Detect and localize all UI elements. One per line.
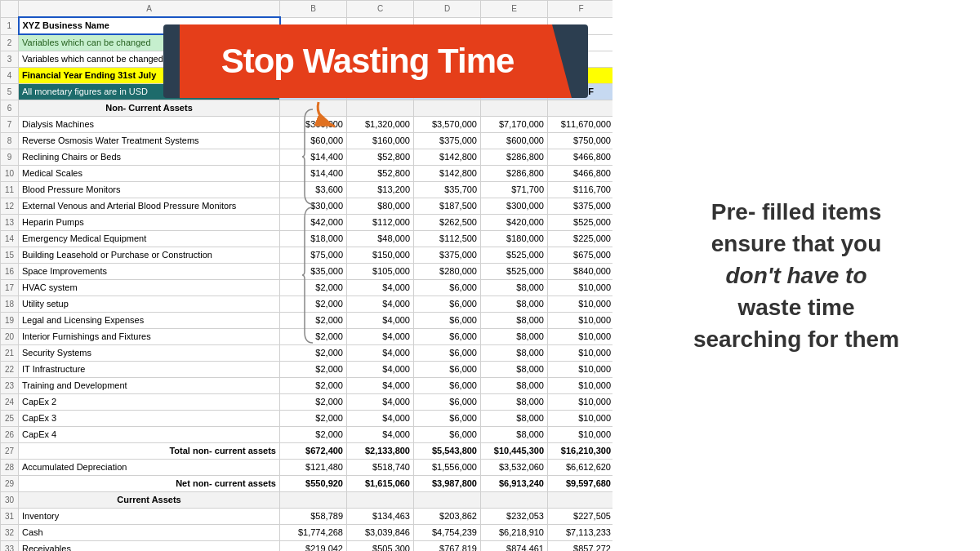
cell-value: $4,754,239 [414,525,481,541]
table-row: 28Accumulated Depreciation$121,480$518,7… [1,460,613,476]
row-number: 7 [1,117,19,133]
cell-value: $6,000 [414,280,481,296]
table-row: 4Financial Year Ending 31st July [1,68,613,84]
cell-value [548,17,613,34]
cell-value [347,492,414,509]
cell-label: Emergency Medical Equipment [19,231,280,247]
cell-value: $3,532,060 [481,460,548,476]
cell-value: $8,000 [481,296,548,313]
cell-value [481,17,548,34]
cell-value: $2,000 [280,345,347,362]
cell-value: $4,000 [347,329,414,345]
table-row: 10Medical Scales$14,400$52,800$142,800$2… [1,166,613,182]
cell-value: $180,000 [481,231,548,247]
cell-value: $6,000 [414,427,481,443]
cell-value: $3,039,846 [347,525,414,541]
row-number: 27 [1,443,19,460]
cell-value: $10,000 [548,329,613,345]
cell-value: $52,800 [347,166,414,182]
cell-value [347,34,414,51]
table-row: 18Utility setup$2,000$4,000$6,000$8,000$… [1,296,613,313]
row-number: 31 [1,509,19,525]
cell-value: 2026F [414,84,481,100]
row-number: 28 [1,460,19,476]
cell-value: $6,000 [414,411,481,427]
table-row: 19Legal and Licensing Expenses$2,000$4,0… [1,313,613,329]
cell-value [481,51,548,68]
table-row: 16Space Improvements$35,000$105,000$280,… [1,264,613,280]
cell-label: Reverse Osmosis Water Treatment Systems [19,133,280,149]
table-row: 2Variables which can be changed [1,34,613,51]
cell-value [280,34,347,51]
cell-value [481,100,548,117]
cell-label: Variables which can be changed [19,34,280,51]
cell-value [414,100,481,117]
cell-value [414,68,481,84]
cell-label: Non- Current Assets [19,100,280,117]
cell-value: 2027F [481,84,548,100]
cell-value: $4,000 [347,296,414,313]
table-row: 7Dialysis Machines$360,000$1,320,000$3,5… [1,117,613,133]
cell-value: $4,000 [347,345,414,362]
cell-value: $8,000 [481,313,548,329]
cell-value: $262,500 [414,215,481,231]
cell-value: $18,000 [280,231,347,247]
cell-value: $3,570,000 [414,117,481,133]
cell-value: $8,000 [481,394,548,411]
cell-value: $232,053 [481,509,548,525]
cell-value [347,68,414,84]
cell-value: $6,000 [414,296,481,313]
cell-value: $3,600 [280,182,347,198]
row-number: 24 [1,394,19,411]
cell-value: $112,500 [414,231,481,247]
cell-value: $35,000 [280,264,347,280]
cell-value: $4,000 [347,280,414,296]
row-number: 9 [1,149,19,166]
cell-value: $14,400 [280,166,347,182]
cell-value: $518,740 [347,460,414,476]
cell-value: $7,170,000 [481,117,548,133]
table-row: 9Reclining Chairs or Beds$14,400$52,800$… [1,149,613,166]
col-e-header: E [481,1,548,18]
col-c-header: C [347,1,414,18]
col-b-header: B [280,1,347,18]
row-number: 8 [1,133,19,149]
right-panel: Pre- filled items ensure that you don't … [612,0,980,551]
cell-value: $10,000 [548,280,613,296]
cell-label: CapEx 4 [19,427,280,443]
cell-value [414,492,481,509]
cell-label: XYZ Business Name [19,17,280,34]
cell-value: $4,000 [347,362,414,378]
cell-value: $2,000 [280,280,347,296]
cell-value [548,68,613,84]
cell-value: $466,800 [548,149,613,166]
cell-value: $6,913,240 [481,476,548,492]
cell-value [414,51,481,68]
cell-value: $286,800 [481,166,548,182]
cell-value: $105,000 [347,264,414,280]
cell-label: Blood Pressure Monitors [19,182,280,198]
cell-value: $13,200 [347,182,414,198]
spreadsheet-table: A B C D E F 1XYZ Business Name2Variables… [0,0,612,551]
cell-value: $8,000 [481,345,548,362]
cell-value: $4,000 [347,313,414,329]
cell-value: 2025F [347,84,414,100]
cell-value: $2,000 [280,411,347,427]
col-a-header: A [19,1,280,18]
cell-value: $10,000 [548,362,613,378]
cell-value: $525,000 [481,247,548,264]
table-row: 6Non- Current Assets [1,100,613,117]
cell-value: $2,000 [280,427,347,443]
row-number: 33 [1,541,19,552]
cell-value: $112,000 [347,215,414,231]
cell-label: Interior Furnishings and Fixtures [19,329,280,345]
cell-value: $219,042 [280,541,347,552]
cell-value: $187,500 [414,198,481,215]
cell-value: $375,000 [414,133,481,149]
cell-value: $767,819 [414,541,481,552]
cell-value: $227,505 [548,509,613,525]
row-number: 1 [1,17,19,34]
cell-value: $121,480 [280,460,347,476]
cell-value [347,51,414,68]
cell-value [481,492,548,509]
